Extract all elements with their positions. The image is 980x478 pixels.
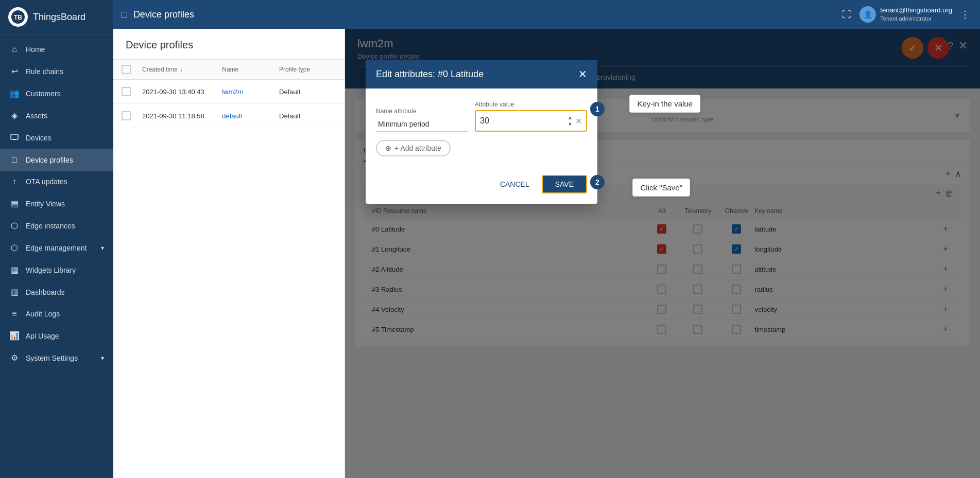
audit-logs-icon: ≡ xyxy=(9,309,20,318)
sidebar-item-home[interactable]: ⌂ Home xyxy=(0,39,113,60)
topbar: □ Device profiles ⛶ 👤 tenant@thingsboard… xyxy=(113,0,980,29)
sidebar-item-device-profiles[interactable]: □ Device profiles xyxy=(0,149,113,171)
customers-icon: 👥 xyxy=(9,88,20,98)
attribute-value-field: ▲ ▼ ✕ xyxy=(475,110,587,132)
col-name: Name xyxy=(222,66,279,73)
list-panel: Device profiles Created time ↓ Name Prof… xyxy=(113,29,345,478)
table-header: Created time ↓ Name Profile type xyxy=(113,60,345,80)
sidebar-item-api-usage[interactable]: 📊 Api Usage xyxy=(0,325,113,347)
sidebar-item-customers[interactable]: 👥 Customers xyxy=(0,82,113,104)
sidebar-item-label: Rule chains xyxy=(26,67,63,76)
cancel-modal-button[interactable]: Cancel xyxy=(494,176,536,192)
system-settings-icon: ⚙ xyxy=(9,353,20,363)
sidebar-item-label: OTA updates xyxy=(26,178,67,186)
modal-footer: Cancel Save xyxy=(366,169,597,204)
sidebar-item-ota-updates[interactable]: ↑ OTA updates xyxy=(0,171,113,192)
sidebar-item-label: Assets xyxy=(26,112,47,120)
sidebar-item-label: System Settings xyxy=(26,354,78,362)
modal-container: Edit attributes: #0 Latitude ✕ Name attr… xyxy=(366,60,597,204)
entity-views-icon: ▤ xyxy=(9,199,20,208)
modal-title: Edit attributes: #0 Latitude xyxy=(376,69,484,80)
modal-body: Name attribute Minimum period Attribute … xyxy=(366,88,597,169)
name-attribute-label: Name attribute xyxy=(376,108,469,115)
step1-annotation: Key-in the value xyxy=(629,95,700,113)
sidebar-item-label: Customers xyxy=(26,90,61,98)
fullscreen-button[interactable]: ⛶ xyxy=(840,7,853,22)
logo-text: ThingsBoard xyxy=(33,12,85,23)
add-icon: ⊕ xyxy=(385,144,391,152)
save-modal-button[interactable]: Save xyxy=(542,175,587,193)
attribute-row: Name attribute Minimum period Attribute … xyxy=(376,101,587,132)
attribute-value-label: Attribute value xyxy=(475,101,587,108)
add-attribute-row: ⊕ + Add attribute xyxy=(376,140,587,156)
sidebar-item-devices[interactable]: Devices xyxy=(0,127,113,149)
home-icon: ⌂ xyxy=(9,45,20,54)
ota-icon: ↑ xyxy=(9,177,20,186)
sort-icon: ↓ xyxy=(180,66,183,73)
assets-icon: ◈ xyxy=(9,111,20,120)
main-content: Device profiles Created time ↓ Name Prof… xyxy=(113,29,980,478)
sidebar-item-entity-views[interactable]: ▤ Entity Views xyxy=(0,192,113,215)
logo[interactable]: TB ThingsBoard xyxy=(0,0,113,34)
svg-text:TB: TB xyxy=(14,14,22,21)
sidebar-item-label: Device profiles xyxy=(26,156,73,164)
col-profile-type: Profile type xyxy=(279,66,336,73)
spinner-up-button[interactable]: ▲ xyxy=(567,114,573,121)
logo-icon: TB xyxy=(8,7,28,27)
user-role: Tenant administrator xyxy=(880,15,952,22)
sidebar-item-system-settings[interactable]: ⚙ System Settings ▾ xyxy=(0,347,113,369)
step2-annotation: Click "Save" xyxy=(632,179,690,197)
row-checkbox[interactable] xyxy=(122,87,131,96)
sidebar-item-label: Home xyxy=(26,45,45,54)
sidebar-nav: ⌂ Home ↩ Rule chains 👥 Customers ◈ Asset… xyxy=(0,34,113,478)
row-name[interactable]: lwm2m xyxy=(222,88,279,96)
name-attribute-select[interactable]: Minimum period xyxy=(376,117,469,132)
sidebar-item-edge-instances[interactable]: ⬡ Edge instances xyxy=(0,215,113,237)
row-name[interactable]: default xyxy=(222,112,279,120)
sidebar-item-dashboards[interactable]: ▥ Dashboards xyxy=(0,281,113,303)
user-text: tenant@thingsboard.org Tenant administra… xyxy=(880,6,952,22)
row-checkbox-cell xyxy=(122,87,142,96)
sidebar-item-widgets-library[interactable]: ▦ Widgets Library xyxy=(0,259,113,281)
spinner-down-button[interactable]: ▼ xyxy=(567,121,573,128)
select-all-checkbox-cell xyxy=(122,65,142,74)
sidebar-item-assets[interactable]: ◈ Assets xyxy=(0,104,113,127)
row-checkbox[interactable] xyxy=(122,111,131,120)
name-attribute-field: Name attribute Minimum period xyxy=(376,108,469,132)
sidebar-item-label: Widgets Library xyxy=(26,266,76,274)
edge-management-icon: ⬡ xyxy=(9,243,20,253)
clear-value-button[interactable]: ✕ xyxy=(575,116,582,126)
list-header: Device profiles xyxy=(113,29,345,60)
attribute-value-input[interactable] xyxy=(480,116,565,126)
table-row[interactable]: 2021-09-30 11:18:58 default Default xyxy=(113,104,345,128)
table-row[interactable]: 2021-09-30 13:40:43 lwm2m Default xyxy=(113,80,345,104)
chevron-down-icon: ▾ xyxy=(101,244,104,252)
sidebar-item-label: Entity Views xyxy=(26,200,65,208)
step1-badge: 1 xyxy=(590,102,605,116)
col-created-time: Created time ↓ xyxy=(142,66,222,73)
modal-header: Edit attributes: #0 Latitude ✕ xyxy=(366,60,597,88)
add-attribute-button[interactable]: ⊕ + Add attribute xyxy=(376,140,451,156)
device-profiles-topbar-icon: □ xyxy=(122,9,127,20)
select-all-checkbox[interactable] xyxy=(122,65,131,74)
sidebar-item-label: Devices xyxy=(26,134,51,142)
sidebar-item-audit-logs[interactable]: ≡ Audit Logs xyxy=(0,303,113,325)
step2-badge: 2 xyxy=(590,175,605,189)
sidebar-item-edge-management[interactable]: ⬡ Edge management ▾ xyxy=(0,237,113,259)
widgets-icon: ▦ xyxy=(9,265,20,275)
sidebar: TB ThingsBoard ⌂ Home ↩ Rule chains 👥 Cu… xyxy=(0,0,113,478)
devices-icon xyxy=(9,133,20,143)
svg-rect-2 xyxy=(11,134,18,139)
attribute-value-container: Attribute value ▲ ▼ ✕ xyxy=(475,101,587,132)
modal-close-button[interactable]: ✕ xyxy=(578,68,587,80)
menu-button[interactable]: ⋮ xyxy=(958,7,972,22)
detail-panel: lwm2m Device profile details ? ✕ Details… xyxy=(345,29,980,478)
list-panel-title: Device profiles xyxy=(126,39,332,51)
dashboards-icon: ▥ xyxy=(9,287,20,297)
name-attribute-select-container: Minimum period xyxy=(376,117,469,132)
sidebar-item-rule-chains[interactable]: ↩ Rule chains xyxy=(0,60,113,82)
row-created-time: 2021-09-30 13:40:43 xyxy=(142,88,222,96)
sidebar-item-label: Audit Logs xyxy=(26,310,60,318)
row-checkbox-cell xyxy=(122,111,142,120)
modal-overlay: Edit attributes: #0 Latitude ✕ Name attr… xyxy=(345,29,980,478)
